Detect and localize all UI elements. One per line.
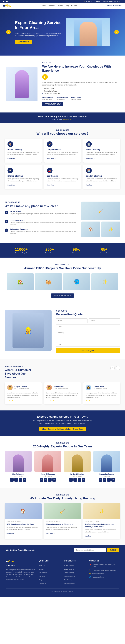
service-link-1[interactable]: Read More → [8, 158, 17, 160]
footer-service-2: Carpet Removal [64, 568, 86, 570]
testimonials-next-button[interactable]: › [116, 366, 120, 370]
twitter-icon-4[interactable]: t [103, 478, 106, 482]
stat-label-4: Satisfaction Award [98, 252, 110, 254]
footer-grid: eVine About Us It is a long established … [6, 560, 119, 585]
quote-submit-button[interactable]: GET FREE QUOTE [56, 348, 120, 353]
nav-logo: eVine [3, 4, 12, 8]
about-col-2: Green Cleaner Eco friendly [57, 96, 68, 100]
about-title: We Are Here to Increase Your Knowledge W… [42, 64, 119, 72]
blog-card-1: 🏠 Jun 04, 2024 Admin USA Cleaning Can Sa… [5, 503, 42, 539]
quote-phone-field [89, 318, 120, 323]
hero-title: Expert Cleaning Service In Your Area [15, 20, 62, 30]
blog-title: We Update Our Daily Activity Using the b… [5, 496, 120, 500]
email-icon-1[interactable]: ✉ [23, 478, 26, 482]
facebook-icon-2[interactable]: f [40, 478, 43, 482]
discount-cta-submit[interactable]: SUBMIT [107, 548, 119, 552]
quote-section: 👷 Get Quote Personalized Quote GET FREE … [0, 304, 125, 360]
blog-date-2: Jun 04, 2024 [46, 521, 53, 522]
email-icon-3[interactable]: ✉ [82, 478, 85, 482]
about-description: There are many variations of passages of… [42, 81, 119, 86]
window-cleaning-icon: 🪟 [86, 168, 92, 173]
nav-services[interactable]: Services [48, 5, 55, 7]
view-more-button[interactable]: VIEW MORE PROJECT [51, 294, 74, 298]
service-link-2[interactable]: Read More → [47, 158, 56, 160]
quote-name-input[interactable] [56, 318, 87, 323]
discount-phone: Call Us Now: 727 537 521 [3, 118, 122, 120]
linkedin-icon-4[interactable]: in [107, 478, 111, 482]
quote-message-input[interactable] [56, 330, 120, 340]
footer-services-title: Our Services [64, 560, 86, 562]
team-socials-3: f t in ✉ [64, 478, 91, 482]
testi-role-3: CEO Celeaned Review [93, 388, 107, 389]
blog-card-3: ✨ Jun 04, 2024 Admin US Facts Everyone i… [83, 503, 120, 539]
testi-text-3: Lorem ipsum dolor sit amet consectetur a… [86, 392, 118, 398]
quote-email-input[interactable] [56, 324, 120, 329]
testi-avatar-3: 👩 [86, 385, 91, 390]
blog-read-more-1[interactable]: Read More → [7, 533, 16, 534]
blog-post-desc-1: Lorem ipsum dolor sit amet consectetur a… [7, 526, 40, 531]
testi-avatar-1: 👩 [7, 385, 13, 390]
footer-web-item: 🌐 www.example.com [89, 576, 119, 578]
team-person-2 [42, 454, 53, 472]
discount-cta-input[interactable] [74, 548, 106, 552]
facebook-icon-4[interactable]: f [99, 478, 102, 482]
blog-img-2: 🧹 [44, 503, 81, 519]
nav-contact[interactable]: Contact [71, 5, 77, 7]
team-name-1: Lisa Schroums [5, 473, 32, 475]
hero-section: ‹ Expert Cleaning Service In Your Area I… [0, 9, 125, 56]
linkedin-icon-3[interactable]: in [78, 478, 81, 482]
why-item-1: ✓ We are expert They are many variations… [5, 210, 77, 217]
hero-cta-button[interactable]: LEARN MORE [15, 40, 32, 44]
blog-read-more-2[interactable]: Read More → [46, 533, 55, 534]
service-link-4[interactable]: Read More → [8, 184, 17, 186]
testimonials-prev-button[interactable]: ‹ [110, 366, 115, 370]
blog-author-1: Admin [17, 521, 21, 522]
discount-cta: Contact for Special Discount. SUBMIT [0, 545, 125, 555]
check-icon-2: ✓ [5, 220, 8, 223]
facebook-icon-3[interactable]: f [69, 478, 73, 482]
play-button[interactable]: ▶ [42, 74, 48, 80]
linkedin-icon-2[interactable]: in [48, 478, 52, 482]
nav-home[interactable]: Home [41, 5, 46, 7]
about-cta-button[interactable]: APPOINTMENT NOW [42, 102, 63, 106]
car-cleaning-icon: 🚗 [47, 168, 53, 173]
nav-projects[interactable]: Projects [57, 5, 63, 7]
team-name-3: Hayley Chilsolam [64, 473, 91, 475]
nav-blog[interactable]: Blog [65, 5, 69, 7]
footer-services-list: House Cleaning Carpet Removal Office Cle… [64, 564, 86, 584]
service-link-6[interactable]: Read More → [86, 184, 95, 186]
testi-stars-2: ★★★★★ [46, 400, 79, 402]
linkedin-icon-1[interactable]: in [19, 478, 22, 482]
quote-phone-input[interactable] [89, 318, 120, 323]
hero-description: It is a long established fact that a rea… [15, 32, 62, 37]
hero-prev-arrow[interactable]: ‹ [6, 30, 11, 34]
hero-next-arrow[interactable]: › [114, 30, 119, 34]
facebook-icon-1[interactable]: f [10, 478, 14, 482]
footer-service-3: Office Cleaning [64, 571, 86, 574]
service-title-6: Window Cleaning [86, 175, 117, 177]
footer-link-6: Contact Us [39, 582, 61, 584]
web-icon: 🌐 [89, 576, 91, 578]
twitter-icon-1[interactable]: t [14, 478, 18, 482]
blog-read-more-3[interactable]: Read More → [85, 535, 94, 537]
quote-date-input[interactable] [56, 342, 120, 347]
services-section: Our Services Why will you choose our ser… [0, 123, 125, 195]
project-img-1: 🏡 [7, 273, 34, 290]
footer-link-5: Blog [39, 578, 61, 581]
check-icon-3: ✓ [5, 228, 8, 232]
team-photo-4 [93, 451, 120, 472]
blog-date-3: Jun 04, 2024 [85, 521, 92, 522]
project-img-2: 🧺 [35, 273, 62, 290]
blog-post-desc-3: Lorem ipsum dolor sit amet consectetur a… [85, 529, 118, 533]
twitter-icon-2[interactable]: t [44, 478, 47, 482]
email-icon-4[interactable]: ✉ [111, 478, 115, 482]
email-icon-2[interactable]: ✉ [52, 478, 56, 482]
team-photo-2 [34, 451, 61, 472]
twitter-icon-3[interactable]: t [73, 478, 77, 482]
team-person-1 [13, 454, 24, 472]
cta-button[interactable]: It Takes Seconds at the Cleaning Industr… [39, 427, 87, 431]
service-link-5[interactable]: Read More → [47, 184, 56, 186]
service-card-3: 🏢 Office Cleaning Lorem ipsum dolor sit … [83, 138, 120, 162]
service-card-5: 🚗 Car Cleaning Lorem ipsum dolor sit ame… [44, 165, 81, 189]
service-link-3[interactable]: Read More → [86, 158, 95, 160]
